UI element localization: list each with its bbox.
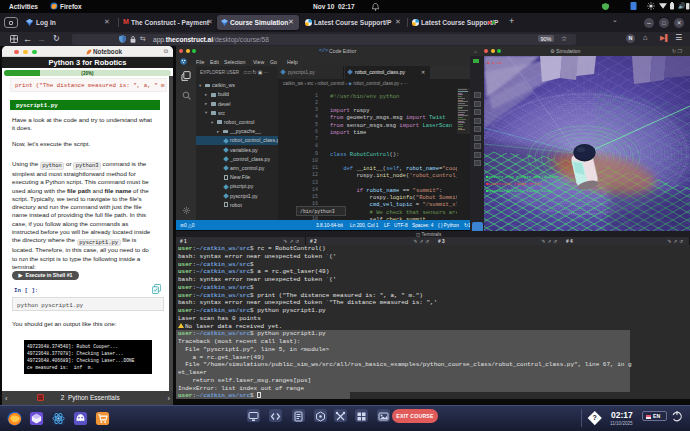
svg-text:▲ 0.10: ▲ 0.10 <box>487 61 502 65</box>
svg-text:■LaserScan range error: ■LaserScan range error <box>486 182 542 186</box>
svg-text:■Invoke ray_plugin world=line: ■Invoke ray_plugin world=line <box>486 175 559 179</box>
svg-text:■gazebo/default laser_scan: ■gazebo/default laser_scan <box>486 189 552 193</box>
